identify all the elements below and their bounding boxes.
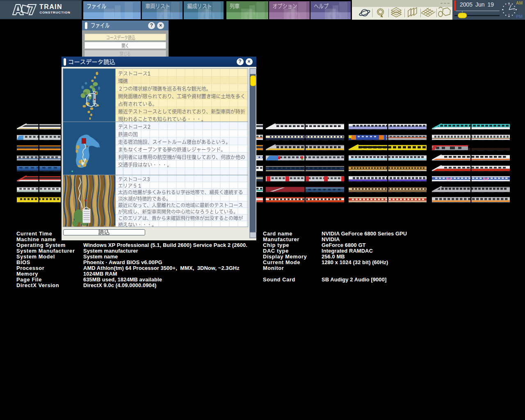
svg-text:PM: PM [516, 14, 523, 19]
svg-text:2005 Jun 19: 2005 Jun 19 [460, 1, 494, 8]
svg-text:AM: AM [516, 0, 523, 5]
